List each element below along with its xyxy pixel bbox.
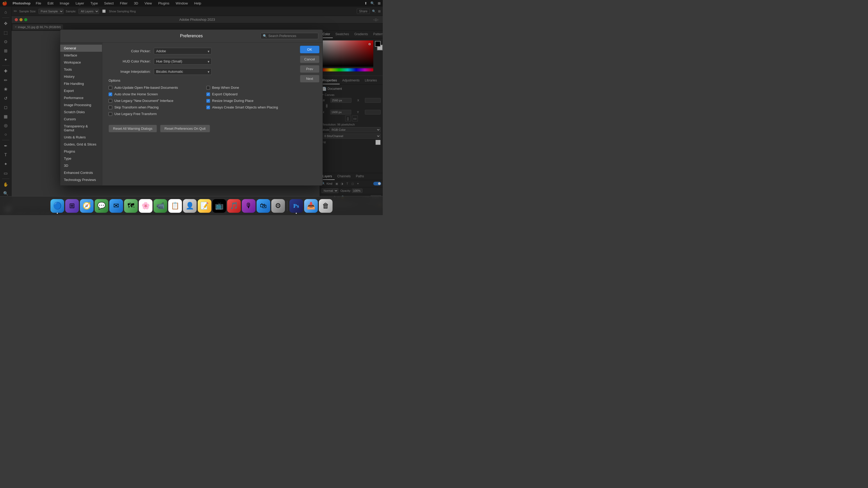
checkbox-beep: Beep When Done: [206, 86, 293, 90]
nav-3d[interactable]: 3D: [60, 162, 102, 169]
dock-messages[interactable]: 💬: [95, 199, 108, 213]
checkbox-legacy-free-transform: Use Legacy Free Transform: [108, 112, 196, 116]
hud-color-picker-select-wrapper: Hue Strip (Small): [154, 58, 212, 65]
nav-technology-previews[interactable]: Technology Previews: [60, 176, 102, 183]
beep-check[interactable]: [206, 86, 210, 90]
nav-guides[interactable]: Guides, Grid & Slices: [60, 141, 102, 148]
checkbox-resize-image: Resize Image During Place: [206, 99, 293, 103]
checkbox-smart-objects: Always Create Smart Objects when Placing: [206, 105, 293, 109]
home-screen-check[interactable]: [108, 93, 112, 96]
dock-maps[interactable]: 🗺: [124, 199, 138, 213]
nav-workspace[interactable]: Workspace: [60, 59, 102, 66]
nav-image-processing[interactable]: Image Processing: [60, 101, 102, 108]
color-picker-row: Color Picker: Adobe: [108, 48, 293, 54]
photoshop-active-dot: [296, 213, 297, 214]
dock-photos[interactable]: 🌸: [139, 199, 152, 213]
nav-type[interactable]: Type: [60, 155, 102, 162]
dock-safari[interactable]: 🧭: [80, 199, 94, 213]
dock-trash[interactable]: 🗑: [319, 199, 333, 213]
search-input[interactable]: [269, 34, 316, 38]
cancel-button[interactable]: Cancel: [300, 56, 319, 63]
interpolation-label: Image Interpolation:: [108, 70, 151, 73]
checkboxes-grid: Auto-Update Open File-based Documents Au…: [108, 86, 293, 119]
nav-performance[interactable]: Performance: [60, 94, 102, 101]
smart-objects-check[interactable]: [206, 106, 210, 109]
hud-color-picker-select[interactable]: Hue Strip (Small): [154, 58, 212, 65]
nav-general[interactable]: General: [60, 45, 102, 52]
skip-transform-check[interactable]: [108, 106, 112, 109]
skip-transform-label: Skip Transform when Placing: [114, 105, 158, 109]
dock-contacts[interactable]: 👤: [183, 199, 197, 213]
nav-scratch-disks[interactable]: Scratch Disks: [60, 108, 102, 116]
legacy-new-doc-check[interactable]: [108, 99, 112, 103]
dock-podcasts[interactable]: 🎙: [242, 199, 255, 213]
dock-facetime[interactable]: 📹: [154, 199, 167, 213]
interpolation-row: Image Interpolation: Bicubic Automatic: [108, 68, 293, 75]
prev-button[interactable]: Prev: [300, 65, 319, 73]
reset-buttons-row: Reset All Warning Dialogs Reset Preferen…: [108, 125, 293, 132]
legacy-free-transform-label: Use Legacy Free Transform: [114, 112, 157, 116]
dock-separator: [287, 201, 287, 211]
search-area: 🔍: [234, 33, 318, 39]
dock-photoshop[interactable]: Ps: [289, 199, 303, 213]
options-section: Options: [108, 78, 293, 83]
checkbox-export-clipboard: Export Clipboard: [206, 92, 293, 96]
reset-prefs-on-quit-button[interactable]: Reset Preferences On Quit: [160, 125, 210, 132]
dock-launchpad[interactable]: ⊞: [65, 199, 79, 213]
auto-update-check[interactable]: [108, 86, 112, 90]
nav-tools[interactable]: Tools: [60, 66, 102, 73]
dock-reminders[interactable]: 📋: [168, 199, 182, 213]
resize-image-label: Resize Image During Place: [212, 99, 254, 103]
preferences-content: Color Picker: Adobe HUD Color Picker: Hu…: [102, 42, 300, 186]
color-picker-select[interactable]: Adobe: [154, 48, 212, 54]
search-icon: 🔍: [263, 34, 267, 38]
next-button[interactable]: Next: [300, 75, 319, 83]
preferences-overlay: Preferences 🔍 General Interface Workspac…: [0, 0, 383, 215]
nav-plugins[interactable]: Plugins: [60, 148, 102, 155]
nav-transparency[interactable]: Transparency & Gamut: [60, 123, 102, 134]
prefs-search-box: 🔍: [260, 33, 318, 39]
checkbox-home-screen: Auto show the Home Screen: [108, 92, 196, 96]
dock: 🔵 ⊞ 🧭 💬 ✉ 🗺 🌸 📹 📋 👤 📝 📺 🎵 🎙 🛍 ⚙: [0, 196, 383, 215]
dock-system-prefs[interactable]: ⚙: [271, 199, 285, 213]
dock-app-store[interactable]: 🛍: [256, 199, 270, 213]
auto-update-label: Auto-Update Open File-based Documents: [114, 86, 178, 90]
nav-cursors[interactable]: Cursors: [60, 116, 102, 123]
export-clipboard-check[interactable]: [206, 93, 210, 96]
legacy-free-transform-check[interactable]: [108, 112, 112, 116]
nav-history[interactable]: History: [60, 73, 102, 80]
dialog-action-buttons: OK Cancel Prev Next: [300, 42, 322, 186]
nav-export[interactable]: Export: [60, 87, 102, 94]
nav-file-handling[interactable]: File Handling: [60, 80, 102, 87]
interpolation-select[interactable]: Bicubic Automatic: [154, 68, 212, 75]
dock-mail[interactable]: ✉: [110, 199, 123, 213]
finder-active-dot: [57, 213, 58, 214]
home-screen-label: Auto show the Home Screen: [114, 92, 158, 96]
dock-downloads[interactable]: 📥: [304, 199, 318, 213]
options-title: Options: [108, 78, 120, 83]
checkboxes-right: Beep When Done Export Clipboard Resize I…: [206, 86, 293, 119]
ok-button[interactable]: OK: [300, 46, 319, 53]
nav-units[interactable]: Units & Rulers: [60, 134, 102, 141]
preferences-sidebar: General Interface Workspace Tools Histor…: [60, 42, 102, 186]
nav-interface[interactable]: Interface: [60, 52, 102, 59]
checkbox-legacy-new-doc: Use Legacy "New Document" Interface: [108, 99, 196, 103]
reset-warning-dialogs-button[interactable]: Reset All Warning Dialogs: [108, 125, 157, 132]
hud-color-picker-row: HUD Color Picker: Hue Strip (Small): [108, 58, 293, 65]
checkbox-auto-update: Auto-Update Open File-based Documents: [108, 86, 196, 90]
dock-music[interactable]: 🎵: [227, 199, 241, 213]
nav-enhanced-controls[interactable]: Enhanced Controls: [60, 169, 102, 176]
dock-finder[interactable]: 🔵: [51, 199, 64, 213]
resize-image-check[interactable]: [206, 99, 210, 103]
beep-label: Beep When Done: [212, 86, 239, 90]
dock-apple-tv[interactable]: 📺: [212, 199, 226, 213]
legacy-new-doc-label: Use Legacy "New Document" Interface: [114, 99, 174, 103]
preferences-title: Preferences: [149, 34, 234, 38]
export-clipboard-label: Export Clipboard: [212, 92, 238, 96]
checkboxes-left: Auto-Update Open File-based Documents Au…: [108, 86, 196, 119]
color-picker-select-wrapper: Adobe: [154, 48, 212, 54]
interpolation-select-wrapper: Bicubic Automatic: [154, 68, 212, 75]
preferences-body: General Interface Workspace Tools Histor…: [60, 42, 322, 186]
dock-notes[interactable]: 📝: [198, 199, 211, 213]
preferences-dialog: Preferences 🔍 General Interface Workspac…: [60, 29, 323, 186]
